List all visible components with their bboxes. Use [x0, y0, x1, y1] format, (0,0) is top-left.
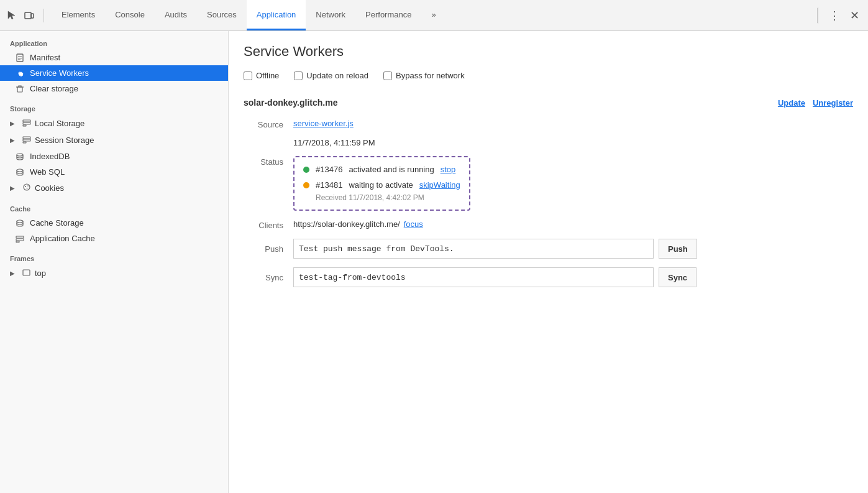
- tab-performance[interactable]: Performance: [355, 0, 421, 30]
- bypass-for-network-checkbox[interactable]: [383, 71, 392, 80]
- arrow-right-icon-4: ▶: [10, 270, 17, 277]
- update-on-reload-label: Update on reload: [306, 71, 368, 80]
- close-devtools-button[interactable]: ✕: [846, 7, 863, 24]
- svg-rect-22: [16, 239, 24, 241]
- svg-point-19: [27, 188, 28, 189]
- status-label: Status: [244, 156, 293, 167]
- status-running-line: #13476 activated and is running stop: [303, 165, 460, 174]
- sw-domain-row: solar-donkey.glitch.me Update Unregister: [244, 98, 853, 108]
- tab-bar-right: ⋮ ✕: [818, 7, 863, 24]
- sidebar-item-manifest-label: Manifest: [30, 53, 60, 62]
- running-id: #13476: [316, 165, 342, 174]
- local-storage-icon: [22, 118, 32, 129]
- tab-bar: Elements Console Audits Sources Applicat…: [0, 0, 868, 31]
- sidebar-item-cookies-label: Cookies: [35, 183, 64, 193]
- arrow-right-icon: ▶: [10, 120, 17, 127]
- offline-option[interactable]: Offline: [244, 71, 279, 80]
- tab-more[interactable]: »: [421, 0, 445, 30]
- clients-url: https://solar-donkey.glitch.me/: [293, 219, 400, 229]
- status-box: #13476 activated and is running stop #13…: [293, 156, 470, 211]
- app-cache-icon: [15, 234, 25, 243]
- page-title: Service Workers: [244, 44, 853, 60]
- svg-point-16: [24, 184, 30, 190]
- sidebar-section-frames: Frames: [0, 246, 228, 265]
- tab-sources[interactable]: Sources: [197, 0, 247, 30]
- source-file-link[interactable]: service-worker.js: [293, 119, 354, 128]
- sidebar-item-indexeddb-label: IndexedDB: [30, 152, 70, 161]
- sidebar-item-local-storage[interactable]: ▶ Local Storage: [0, 115, 228, 132]
- svg-rect-24: [23, 270, 30, 275]
- sync-row: Sync Sync: [244, 267, 853, 287]
- sidebar-item-top[interactable]: ▶ top: [0, 265, 228, 281]
- sidebar-item-clear-storage[interactable]: Clear storage: [0, 81, 228, 96]
- content-panel: Service Workers Offline Update on reload…: [229, 31, 868, 493]
- cursor-icon[interactable]: [5, 9, 19, 22]
- arrow-right-icon-2: ▶: [10, 137, 17, 144]
- tab-audits[interactable]: Audits: [155, 0, 197, 30]
- push-row: Push Push: [244, 239, 853, 259]
- sync-input[interactable]: [293, 267, 654, 287]
- clients-label: Clients: [244, 219, 293, 230]
- sidebar-item-cookies[interactable]: ▶ Cookies: [0, 180, 228, 196]
- skip-waiting-link[interactable]: skipWaiting: [419, 180, 460, 190]
- focus-link[interactable]: focus: [404, 219, 423, 229]
- svg-rect-21: [16, 236, 24, 238]
- clients-row: Clients https://solar-donkey.glitch.me/ …: [244, 219, 853, 230]
- tab-console[interactable]: Console: [105, 0, 155, 30]
- received-value: 11/7/2018, 4:11:59 PM: [293, 138, 375, 147]
- device-icon[interactable]: [22, 9, 36, 22]
- svg-rect-0: [25, 12, 31, 19]
- cookies-icon: [22, 183, 32, 193]
- offline-checkbox[interactable]: [244, 71, 252, 80]
- sidebar: Application Manifest Service Workers Cle…: [0, 31, 229, 493]
- sidebar-item-clear-storage-label: Clear storage: [30, 84, 78, 93]
- sidebar-item-session-storage[interactable]: ▶ Session Storage: [0, 132, 228, 149]
- status-row: Status #13476 activated and is running s…: [244, 156, 853, 211]
- sidebar-item-manifest[interactable]: Manifest: [0, 50, 228, 65]
- push-button[interactable]: Push: [659, 239, 697, 259]
- waiting-id: #13481: [316, 180, 342, 190]
- orange-dot: [303, 182, 309, 188]
- clients-value: https://solar-donkey.glitch.me/ focus: [293, 219, 423, 229]
- green-dot: [303, 167, 309, 173]
- update-on-reload-option[interactable]: Update on reload: [294, 71, 368, 80]
- offline-label: Offline: [256, 71, 279, 80]
- svg-point-18: [27, 185, 29, 187]
- sw-actions: Update Unregister: [778, 98, 853, 108]
- sidebar-item-web-sql[interactable]: Web SQL: [0, 164, 228, 180]
- svg-rect-6: [17, 87, 22, 92]
- sidebar-item-service-workers[interactable]: Service Workers: [0, 65, 228, 81]
- more-menu-button[interactable]: ⋮: [826, 7, 843, 24]
- unregister-link[interactable]: Unregister: [813, 98, 853, 108]
- sidebar-item-application-cache[interactable]: Application Cache: [0, 231, 228, 246]
- sidebar-item-indexeddb[interactable]: IndexedDB: [0, 149, 228, 164]
- options-row: Offline Update on reload Bypass for netw…: [244, 71, 853, 80]
- push-input[interactable]: [293, 239, 654, 259]
- sync-button[interactable]: Sync: [659, 267, 697, 287]
- svg-rect-9: [23, 122, 30, 124]
- toolbar-icons: [5, 9, 44, 22]
- svg-rect-12: [23, 139, 30, 141]
- sidebar-section-storage: Storage: [0, 96, 228, 115]
- tab-elements[interactable]: Elements: [52, 0, 105, 30]
- trash-icon: [15, 85, 25, 93]
- tab-network[interactable]: Network: [306, 0, 355, 30]
- tab-application[interactable]: Application: [247, 0, 306, 30]
- manifest-icon: [15, 53, 25, 62]
- update-on-reload-checkbox[interactable]: [294, 71, 303, 80]
- svg-point-15: [17, 169, 23, 172]
- sync-label: Sync: [244, 273, 293, 282]
- status-waiting-line: #13481 waiting to activate skipWaiting: [303, 180, 460, 190]
- bypass-for-network-option[interactable]: Bypass for network: [383, 71, 465, 80]
- stop-link[interactable]: stop: [441, 165, 456, 174]
- svg-rect-23: [16, 241, 19, 242]
- update-link[interactable]: Update: [778, 98, 805, 108]
- svg-rect-8: [23, 120, 30, 122]
- sidebar-item-cache-storage[interactable]: Cache Storage: [0, 215, 228, 231]
- running-text: activated and is running: [349, 165, 434, 174]
- waiting-text: waiting to activate: [349, 180, 413, 190]
- sidebar-item-web-sql-label: Web SQL: [30, 167, 65, 177]
- waiting-received-text: Received 11/7/2018, 4:42:02 PM: [316, 193, 460, 202]
- session-storage-icon: [22, 135, 32, 145]
- sidebar-item-cache-storage-label: Cache Storage: [30, 218, 84, 228]
